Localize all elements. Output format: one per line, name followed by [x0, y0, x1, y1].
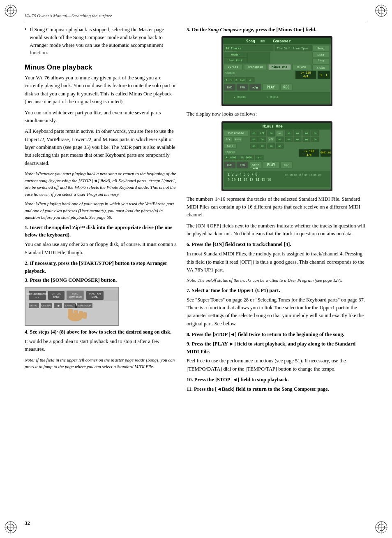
svg-text:FUNCTION: FUNCTION [89, 292, 101, 295]
step-2-heading: 2. If necessary, press the [START/STOP] … [25, 260, 177, 275]
svg-text:BWD: BWD [227, 164, 233, 167]
svg-text:ENDING: ENDING [65, 304, 74, 307]
left-column: If Song Composer playback is stopped, se… [25, 23, 177, 517]
svg-text:▶/■: ▶/■ [253, 86, 258, 89]
svg-text:Composer: Composer [273, 39, 291, 43]
step-4-heading: 4. See steps (4)~(8) above for how to se… [25, 328, 177, 336]
step-3-heading: 3. Press the [SONG COMPOSER] button. [25, 276, 177, 284]
svg-text:VIRTUAL: VIRTUAL [51, 292, 61, 295]
corner-decoration-bl [3, 520, 18, 535]
svg-text:Song: Song [246, 39, 255, 43]
paragraph-2: You can solo whichever part you like, an… [25, 109, 177, 125]
svg-text:BAND: BAND [53, 296, 59, 298]
step-1-body: You can also use any other Zip or floppy… [25, 241, 177, 257]
svg-text:MARKER: MARKER [225, 72, 235, 75]
svg-text:on: on [270, 132, 273, 134]
page-header: VA-76 Owner's Manual—Scratching the surf… [25, 13, 367, 20]
svg-text:Solo: Solo [227, 144, 233, 147]
svg-text:Mode: Mode [235, 138, 241, 141]
svg-text:⊞⊟: ⊞⊟ [261, 39, 265, 43]
svg-text:on: on [287, 138, 291, 141]
svg-text:on: on [270, 144, 273, 147]
svg-text:Minus One: Minus One [263, 124, 283, 128]
step-6-body: In most Standard MIDI Files, the melody … [187, 250, 367, 274]
step-8-heading: 8. Press the [STOP |◄] field twice to re… [187, 331, 367, 339]
step-7-heading: 7. Select a Tone for the Upper1 (UP1) pa… [187, 287, 367, 295]
svg-text:FFW: FFW [240, 86, 245, 89]
svg-text:on: on [261, 138, 264, 141]
svg-text:ORIGINAL: ORIGINAL [42, 304, 51, 307]
svg-text:off: off [269, 138, 274, 141]
section-heading: Minus One playback [25, 63, 177, 72]
svg-text:FF▲: FF▲ [226, 138, 231, 141]
svg-text:COMPOSER: COMPOSER [69, 296, 82, 298]
svg-text:on: on [278, 132, 281, 134]
svg-text:MENU: MENU [92, 296, 98, 298]
svg-text:4/4: 4/4 [303, 75, 309, 78]
svg-text:on: on [305, 138, 308, 141]
svg-rect-45 [83, 312, 87, 319]
step-6-note: Note: The on/off status of the tracks ca… [187, 277, 367, 284]
song-composer-screenshot: Song ⊞⊟ Composer 16 Tracks Sequence The … [221, 36, 332, 108]
svg-text:INTRO: INTRO [30, 304, 37, 307]
svg-text:Song: Song [318, 59, 324, 62]
svg-text:▶/■: ▶/■ [254, 167, 258, 169]
step-5-heading: 5. On the Song Composer page, press the … [187, 26, 367, 34]
svg-rect-65 [247, 52, 270, 63]
svg-text:▶ TREBIR: ▶ TREBIR [234, 95, 246, 98]
svg-text:Post Edit: Post Edit [229, 59, 242, 62]
svg-text:on: on [252, 138, 256, 141]
svg-text:ORCHESTRATOR: ORCHESTRATOR [27, 293, 48, 295]
svg-text:MARKER: MARKER [225, 151, 235, 154]
svg-text:♩= 120: ♩= 120 [300, 71, 311, 74]
svg-text:♩ TREBLE: ♩ TREBLE [267, 95, 279, 98]
svg-rect-44 [79, 311, 83, 318]
svg-text:B: 0000: B: 0000 [241, 156, 252, 159]
svg-text:A: 1: A: 1 [226, 79, 232, 81]
svg-text:BWD: BWD [227, 86, 233, 89]
svg-text:1..1: 1..1 [321, 74, 327, 77]
svg-text:on: on [287, 132, 291, 134]
step-9-heading: 9. Press the [PLAY ►] field to start pla… [187, 340, 367, 356]
paragraph-3: All Keyboard parts remain active. In oth… [25, 128, 177, 167]
svg-text:REC: REC [284, 86, 290, 89]
desc-para-2: The [ON]/[OFF] fields next to the number… [187, 222, 367, 238]
svg-text:SONG: SONG [72, 292, 78, 295]
svg-text:on: on [314, 132, 317, 134]
svg-text:Rec: Rec [284, 164, 289, 167]
svg-text:Minus One: Minus One [272, 65, 287, 69]
svg-text:on: on [314, 138, 317, 141]
svg-text:FFW: FFW [240, 164, 245, 167]
step-11-heading: 11. Press the [◄Back] field to return to… [187, 385, 367, 393]
svg-text:Metronome: Metronome [228, 132, 244, 135]
right-column: 5. On the Song Composer page, press the … [187, 23, 367, 517]
svg-text:9 10 11 12 13 14 15 16: 9 10 11 12 13 14 15 16 [228, 178, 271, 182]
bullet-section: If Song Composer playback is stopped, se… [25, 26, 177, 57]
svg-text:B: End: B: End [235, 79, 244, 81]
step-5-caption: The display now looks as follows: [187, 110, 367, 118]
minus-one-screenshot: Minus One Metronome on off on on on on o… [221, 121, 332, 193]
svg-text:PLAY: PLAY [267, 163, 275, 167]
svg-text:on: on [296, 138, 299, 141]
desc-para-1: The numbers 1~16 represent the tracks of… [187, 195, 367, 219]
svg-text:PLAY: PLAY [267, 86, 274, 89]
page-number: 32 [25, 520, 30, 526]
svg-rect-43 [74, 310, 78, 318]
svg-text:⚙: ⚙ [249, 79, 251, 81]
svg-text:START/STOP: START/STOP [78, 304, 92, 307]
svg-text:0001.01: 0001.01 [321, 151, 331, 154]
svg-text:on: on [252, 144, 256, 147]
header-left: VA-76 Owner's Manual—Scratching the surf… [25, 13, 112, 18]
svg-text:Song: Song [318, 47, 325, 50]
step-9-body: Feel free to use the performance functio… [187, 357, 367, 373]
svg-text:A: 0000: A: 0000 [226, 156, 236, 159]
step-4-body: It would be a good idea to start playbac… [25, 338, 177, 354]
svg-text:⚙↑: ⚙↑ [258, 156, 261, 159]
svg-text:on: on [296, 132, 299, 134]
svg-text:4/4: 4/4 [307, 153, 312, 157]
svg-text:off: off [260, 132, 265, 134]
step-6-heading: 6. Press the [ON] field next to track/ch… [187, 241, 367, 248]
svg-text:on: on [305, 132, 308, 134]
keyboard-diagram: ORCHESTRATOR ▼ ▲ VIRTUAL BAND SONG COMPO… [25, 287, 119, 326]
svg-text:16 Tracks: 16 Tracks [226, 47, 241, 50]
